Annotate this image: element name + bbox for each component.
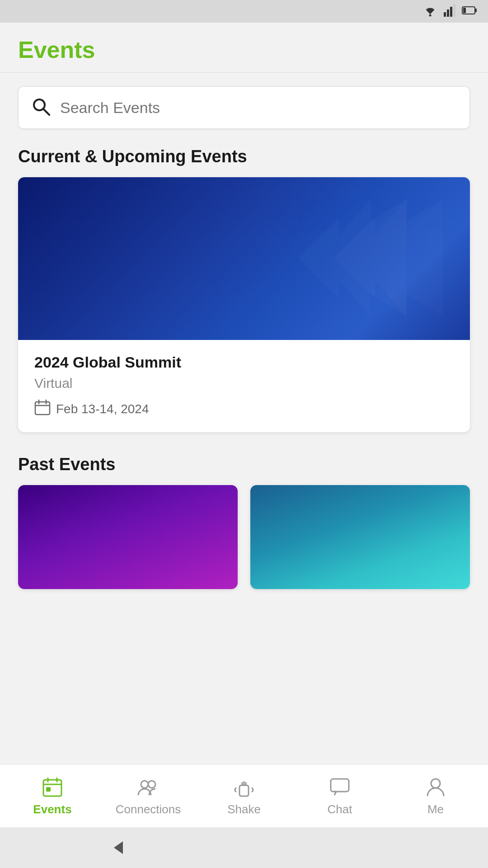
event-banner — [18, 177, 470, 340]
nav-item-me[interactable]: Me — [388, 771, 483, 821]
svg-rect-1 — [444, 12, 446, 17]
past-events-section: Past Events — [18, 455, 470, 589]
past-event-card-purple[interactable] — [18, 485, 238, 589]
svg-rect-2 — [447, 9, 449, 17]
android-recents-button[interactable] — [360, 837, 381, 859]
svg-rect-27 — [331, 779, 349, 792]
nav-item-events[interactable]: Events — [5, 771, 100, 821]
svg-rect-20 — [46, 787, 51, 792]
shake-nav-label: Shake — [227, 802, 261, 816]
page-header: Events — [0, 23, 488, 73]
android-home-button[interactable] — [233, 837, 255, 859]
signal-icon — [444, 4, 456, 19]
svg-rect-3 — [450, 7, 452, 17]
android-nav — [0, 827, 488, 868]
event-date: Feb 13-14, 2024 — [34, 399, 454, 419]
event-date-text: Feb 13-14, 2024 — [56, 402, 149, 416]
connections-nav-icon — [136, 775, 160, 799]
current-events-title: Current & Upcoming Events — [18, 147, 470, 166]
svg-point-0 — [429, 14, 432, 17]
page-title: Events — [18, 36, 470, 63]
svg-line-9 — [43, 109, 49, 115]
svg-rect-7 — [463, 8, 466, 13]
event-name: 2024 Global Summit — [34, 354, 454, 371]
svg-rect-4 — [453, 4, 455, 17]
status-bar — [0, 0, 488, 23]
past-events-grid — [18, 485, 470, 589]
bottom-nav: Events Connections — [0, 764, 488, 827]
svg-point-21 — [141, 781, 148, 788]
svg-rect-23 — [239, 785, 249, 796]
shake-nav-icon — [232, 775, 256, 799]
wifi-icon — [422, 4, 438, 19]
event-card-global-summit[interactable]: 2024 Global Summit Virtual Feb 13-14, 20… — [18, 177, 470, 432]
events-nav-label: Events — [33, 802, 71, 816]
search-input[interactable] — [60, 99, 457, 117]
calendar-icon — [34, 399, 51, 419]
svg-point-28 — [431, 779, 440, 788]
search-icon — [31, 97, 51, 118]
me-nav-icon — [424, 775, 447, 799]
past-event-card-teal[interactable] — [250, 485, 470, 589]
battery-icon — [462, 5, 477, 17]
android-back-button[interactable] — [107, 837, 128, 859]
nav-item-shake[interactable]: Shake — [196, 771, 292, 821]
connections-nav-label: Connections — [116, 802, 181, 816]
nav-item-connections[interactable]: Connections — [100, 771, 196, 821]
svg-rect-12 — [35, 402, 50, 415]
svg-point-22 — [148, 781, 155, 788]
search-container[interactable] — [18, 86, 470, 129]
events-nav-icon — [41, 775, 64, 799]
nav-item-chat[interactable]: Chat — [292, 771, 388, 821]
chat-nav-icon — [328, 775, 352, 799]
svg-marker-29 — [114, 841, 123, 854]
event-info: 2024 Global Summit Virtual Feb 13-14, 20… — [18, 340, 470, 432]
current-events-section: Current & Upcoming Events 2024 Global Su… — [18, 147, 470, 432]
event-location: Virtual — [34, 376, 454, 391]
banner-arrows — [298, 199, 452, 318]
svg-rect-6 — [475, 9, 477, 12]
me-nav-label: Me — [427, 802, 444, 816]
chat-nav-label: Chat — [328, 802, 352, 816]
main-content: Current & Upcoming Events 2024 Global Su… — [0, 73, 488, 764]
past-events-title: Past Events — [18, 455, 470, 474]
